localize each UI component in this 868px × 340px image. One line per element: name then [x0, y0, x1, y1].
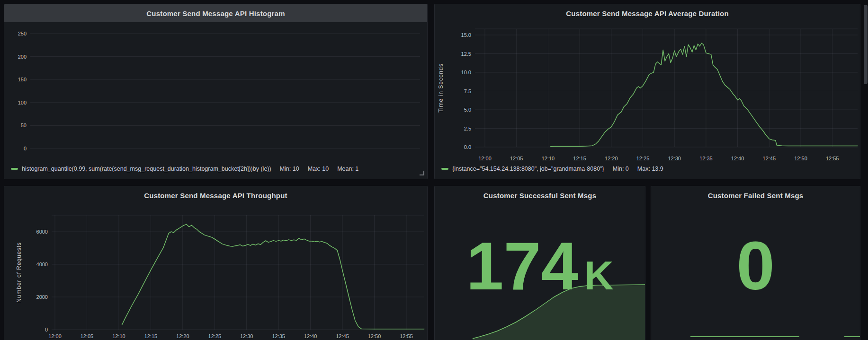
svg-text:100: 100 [18, 100, 27, 105]
histogram-legend-max: Max: 10 [308, 166, 329, 172]
panel-avg-duration: Customer Send Message API Average Durati… [434, 4, 860, 179]
svg-text:12:50: 12:50 [794, 156, 807, 161]
panel-failed-msgs: Customer Failed Sent Msgs 0 [651, 186, 860, 340]
svg-text:12:50: 12:50 [368, 333, 381, 339]
svg-text:12:00: 12:00 [478, 156, 492, 161]
svg-text:250: 250 [18, 31, 27, 36]
svg-text:12:05: 12:05 [81, 333, 94, 339]
panel-histogram-header[interactable]: Customer Send Message API Histogram [4, 4, 427, 22]
svg-text:12:15: 12:15 [144, 333, 158, 339]
svg-text:15.0: 15.0 [461, 32, 471, 38]
svg-text:12:00: 12:00 [48, 333, 62, 339]
svg-text:12.5: 12.5 [461, 51, 471, 57]
svg-text:12:45: 12:45 [763, 156, 776, 161]
panel-histogram-title: Customer Send Message API Histogram [146, 9, 285, 17]
histogram-chart[interactable]: 050100150200250 [4, 4, 427, 179]
avg-duration-legend[interactable]: {instance="54.154.24.138:8080", job="gra… [441, 166, 857, 172]
svg-text:12:55: 12:55 [400, 333, 413, 339]
svg-text:12:05: 12:05 [510, 156, 523, 161]
panel-throughput-title: Customer Send Message API Throughput [144, 192, 287, 200]
avg-duration-chart[interactable]: 0.02.55.07.510.012.515.012:0012:0512:101… [435, 4, 860, 179]
scrollbar-thumb[interactable] [864, 5, 868, 84]
svg-text:0: 0 [24, 146, 27, 151]
failed-msgs-value-row: 0 [651, 232, 860, 300]
svg-text:12:30: 12:30 [668, 156, 681, 161]
avg-duration-legend-max: Max: 13.9 [637, 166, 663, 172]
svg-text:150: 150 [18, 77, 27, 82]
successful-msgs-value-row: 174 K [435, 233, 645, 300]
svg-text:2000: 2000 [36, 294, 48, 300]
panel-successful-msgs-title: Customer Successful Sent Msgs [483, 192, 596, 200]
svg-text:7.5: 7.5 [464, 88, 471, 94]
svg-text:12:10: 12:10 [112, 333, 125, 339]
svg-text:12:10: 12:10 [542, 156, 555, 161]
svg-text:12:20: 12:20 [176, 333, 189, 339]
svg-text:12:25: 12:25 [208, 333, 222, 339]
svg-text:50: 50 [21, 122, 27, 128]
panel-avg-duration-header[interactable]: Customer Send Message API Average Durati… [435, 4, 860, 22]
svg-text:12:35: 12:35 [699, 156, 713, 161]
svg-text:12:55: 12:55 [826, 156, 839, 161]
failed-msgs-value: 0 [736, 232, 775, 300]
successful-msgs-value-suffix: K [584, 255, 613, 296]
panel-throughput-header[interactable]: Customer Send Message API Throughput [4, 186, 427, 204]
panel-successful-msgs: Customer Successful Sent Msgs 174 K [434, 186, 645, 340]
svg-text:12:35: 12:35 [272, 333, 285, 339]
svg-text:200: 200 [18, 54, 27, 60]
svg-text:12:25: 12:25 [636, 156, 650, 161]
panel-avg-duration-title: Customer Send Message API Average Durati… [566, 9, 729, 17]
svg-text:4000: 4000 [36, 262, 48, 267]
svg-text:12:30: 12:30 [240, 333, 253, 339]
panel-throughput: Customer Send Message API Throughput Num… [4, 186, 428, 340]
panel-failed-msgs-header[interactable]: Customer Failed Sent Msgs [651, 186, 860, 204]
svg-text:12:45: 12:45 [336, 333, 349, 339]
panel-histogram: Customer Send Message API Histogram 0501… [4, 4, 428, 179]
panel-resize-handle-icon[interactable] [420, 171, 424, 175]
panel-failed-msgs-title: Customer Failed Sent Msgs [708, 192, 804, 200]
svg-text:6000: 6000 [36, 229, 48, 235]
svg-text:12:20: 12:20 [605, 156, 618, 161]
panel-successful-msgs-header[interactable]: Customer Successful Sent Msgs [435, 186, 645, 204]
histogram-legend-mean: Mean: 1 [337, 166, 358, 172]
histogram-legend-min: Min: 10 [280, 166, 299, 172]
svg-text:12:40: 12:40 [304, 333, 317, 339]
histogram-legend[interactable]: histogram_quantile(0.99, sum(rate(send_m… [11, 166, 424, 172]
avg-duration-legend-min: Min: 0 [613, 166, 629, 172]
histogram-legend-series[interactable]: histogram_quantile(0.99, sum(rate(send_m… [22, 166, 271, 172]
svg-text:12:15: 12:15 [573, 156, 586, 161]
series-color-dash-icon [441, 168, 448, 170]
avg-duration-legend-series[interactable]: {instance="54.154.24.138:8080", job="gra… [452, 166, 604, 172]
svg-text:0.0: 0.0 [464, 144, 471, 150]
svg-text:2.5: 2.5 [464, 126, 471, 131]
svg-text:10.0: 10.0 [461, 70, 471, 75]
grafana-dashboard: Customer Send Message API Histogram 0501… [0, 0, 868, 340]
svg-text:0: 0 [45, 327, 48, 332]
throughput-chart[interactable]: 020004000600012:0012:0512:1012:1512:2012… [4, 186, 427, 340]
svg-text:12:40: 12:40 [731, 156, 744, 161]
successful-msgs-value: 174 [466, 233, 578, 300]
series-color-dash-icon [11, 168, 18, 170]
svg-text:5.0: 5.0 [464, 107, 471, 113]
